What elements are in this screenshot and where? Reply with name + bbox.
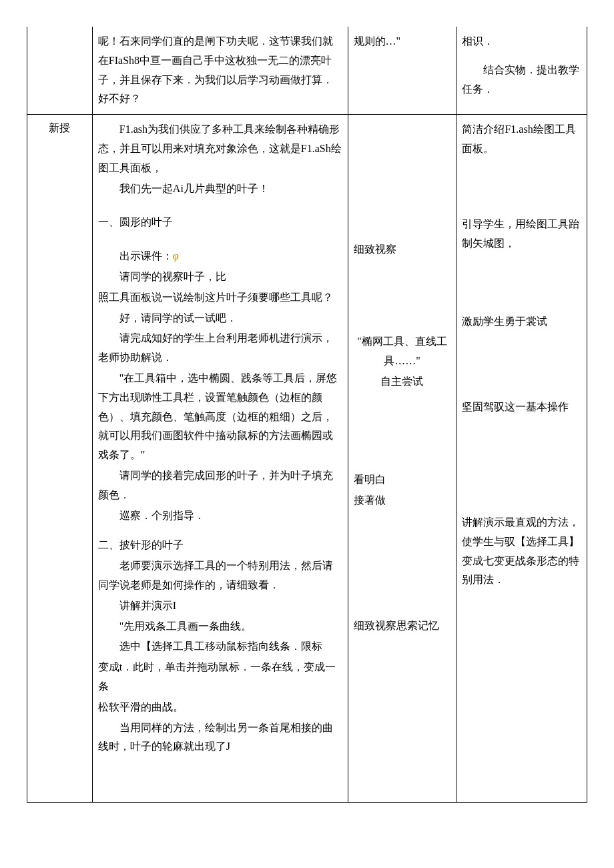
text: 激励学生勇于裳试 [462,312,581,332]
text: 坚固驾驭这一基本操作 [462,398,581,417]
text: 呢！石来同学们直的是闸下功夫呢．这节课我们就在FIaSh8中亘一画自己手中这枚独… [98,32,342,109]
heading: 二、披针形的叶子 [98,536,342,555]
text: F1.ash为我们供应了多种工具来绘制各种精确形态，并且可以用来对填充对象涂色，… [98,120,342,177]
text: 请完成知好的学生上台利用老师机进行演示，老师协助解说． [98,329,342,368]
text: 接著做 [354,491,451,510]
text: 变成t．此时，单击并拖动鼠标．一条在线，变成一条 [98,658,342,697]
text: 我们先一起Ai几片典型的叶子！ [98,179,342,199]
heading: 一、圆形的叶子 [98,213,342,232]
phi-symbol: φ [173,250,179,262]
table-row: 新授 F1.ash为我们供应了多种工具来绘制各种精确形态，并且可以用来对填充对象… [27,115,587,803]
cell-stage-1 [27,27,93,115]
text: 出示课件： [119,250,173,262]
text: 好，请同学的试一试吧． [98,309,342,328]
cell-student-1: 规则的…" [348,27,456,115]
table-row: 呢！石来同学们直的是闸下功夫呢．这节课我们就在FIaSh8中亘一画自己手中这枚独… [27,27,587,115]
text: 看明白 [354,470,451,490]
text: 选中【选择工具工移动鼠标指向线条．限标 [98,637,342,657]
text: 老师要演示选择工具的一个特别用法，然后请同学说老师是如何操作的，请细致看． [98,556,342,595]
cell-intent-2: 简洁介绍F1.ash绘图工具面板。 引导学生，用绘图工具跆制矢城图， 激励学生勇… [456,115,587,803]
text: "先用戏条工具画一条曲线。 [98,617,342,636]
text: 简洁介绍F1.ash绘图工具面板。 [462,120,581,159]
text: 结合实物．提出教学任务． [462,61,581,99]
text: 请同学的接着完成回形的叶子，并为叶子填充颜色． [98,466,342,505]
text: 出示课件：φ [98,247,342,266]
cell-teacher-1: 呢！石来同学们直的是闸下功夫呢．这节课我们就在FIaSh8中亘一画自己手中这枚独… [92,27,348,115]
text: 讲解演示最直观的方法，使学生与驭【选择工具】变成七变更战条形态的特别用法． [462,513,581,590]
text: "在工具箱中，选中椭圆、践条等工具后，屏悠下方出现睇性工具栏，设置笔触颜色（边框… [98,369,342,465]
text: 细致视察思索记忆 [354,616,451,636]
text: 请同学的视察叶子，比 [98,268,342,287]
cell-intent-1: 相识． 结合实物．提出教学任务． [456,27,587,115]
lesson-plan-table: 呢！石来同学们直的是闸下功夫呢．这节课我们就在FIaSh8中亘一画自己手中这枚独… [27,27,587,803]
text: 当用同样的方法，绘制出另一条首尾相接的曲线时，叶子的轮麻就出现了J [98,719,342,757]
stage-label: 新授 [49,122,70,133]
text: 巡察．个别指导． [98,506,342,526]
text: 松软平滑的曲战。 [98,698,342,717]
cell-stage-2: 新授 [27,115,93,803]
cell-student-2: 细致视察 "椭网工具、直线工具……" 自主尝试 看明白 接著做 细致视察思索记忆 [348,115,456,803]
text: 规则的…" [354,32,451,51]
text: 细致视察 [354,240,451,260]
text: 讲解并演示I [98,596,342,616]
text: 相识． [462,32,581,51]
text: "椭网工具、直线工具……" [354,332,451,371]
text: 引导学生，用绘图工具跆制矢城图， [462,215,581,254]
text: 照工具面板说一说绘制这片叶子须要哪些工具呢？ [98,288,342,308]
cell-teacher-2: F1.ash为我们供应了多种工具来绘制各种精确形态，并且可以用来对填充对象涂色，… [92,115,348,803]
text: 自主尝试 [354,372,451,392]
